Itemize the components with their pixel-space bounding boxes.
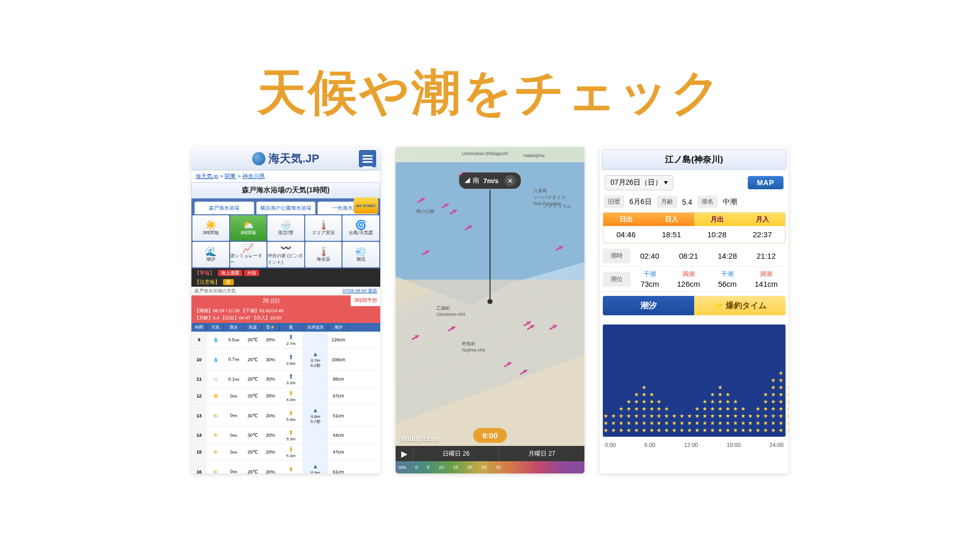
star-icon: ★ bbox=[741, 420, 746, 427]
star-icon: ★ bbox=[755, 420, 761, 427]
star-icon: ★ bbox=[763, 427, 768, 434]
star-icon: ★ bbox=[725, 420, 730, 427]
feature-台風/天気図[interactable]: 🌀台風/天気図 bbox=[342, 215, 379, 241]
star-icon: ★ bbox=[702, 420, 707, 427]
location-tab-1[interactable]: 横浜海の公園海水浴場 bbox=[256, 202, 316, 214]
star-icon: ★ bbox=[626, 398, 631, 405]
star-icon: ★ bbox=[733, 413, 738, 419]
feature-icon: 💨 bbox=[355, 247, 366, 256]
day-1[interactable]: 月曜日 27 bbox=[499, 446, 584, 461]
star-icon: ★ bbox=[771, 384, 776, 391]
star-icon: ★ bbox=[642, 413, 647, 419]
date-header: 26 (日) bbox=[191, 295, 351, 306]
app-logo[interactable]: 海天気.JP bbox=[252, 151, 319, 166]
star-icon: ★ bbox=[664, 427, 669, 434]
map-footer: ▶ 日曜日 26 月曜日 27 m/s051015202530 bbox=[396, 446, 584, 473]
date-bar: 26 (日) 3時間予想 bbox=[191, 295, 380, 306]
star-icon: ★ bbox=[642, 420, 647, 427]
star-icon: ★ bbox=[611, 413, 616, 419]
star-icon: ★ bbox=[755, 413, 761, 419]
tide-tab-潮汐[interactable]: 潮汐 bbox=[603, 296, 694, 315]
star-icon: ★ bbox=[603, 420, 608, 427]
star-icon: ★ bbox=[634, 406, 639, 412]
star-icon: ★ bbox=[778, 398, 783, 405]
star-icon: ★ bbox=[702, 406, 707, 412]
feature-沖合の波
(ピンポイント)[interactable]: 〰️沖合の波 (ピンポイント) bbox=[267, 242, 304, 267]
close-icon[interactable]: ✕ bbox=[505, 175, 516, 186]
star-icon: ★ bbox=[634, 420, 639, 427]
forecast-3h-button[interactable]: 3時間予想 bbox=[351, 295, 380, 306]
feature-雨雲/雷[interactable]: 🌧️雨雲/雷 bbox=[267, 215, 304, 241]
feature-潮流[interactable]: 💨潮流 bbox=[342, 242, 379, 267]
location-tabs: 森戸海水浴場横浜海の公園海水浴場一色海水浴場MY POINT bbox=[191, 198, 380, 214]
star-icon: ★ bbox=[771, 420, 776, 427]
star-icon: ★ bbox=[679, 427, 684, 434]
crumb-1[interactable]: 関東 bbox=[225, 173, 236, 179]
star-icon: ★ bbox=[778, 370, 783, 377]
star-icon: ★ bbox=[679, 413, 684, 419]
star-icon: ★ bbox=[771, 427, 776, 434]
map-pin bbox=[489, 190, 491, 302]
logo-text: 海天気.JP bbox=[268, 151, 319, 166]
crumb-0[interactable]: 海天気.jp bbox=[195, 173, 218, 179]
meta-label: 旧暦 bbox=[604, 195, 624, 208]
globe-icon bbox=[252, 152, 265, 165]
feature-1時間毎[interactable]: ⛅1時間毎 bbox=[230, 215, 267, 241]
meta-row: 旧暦6月6日月齢5.4潮名中潮 bbox=[600, 193, 789, 210]
date-select[interactable]: 07月26日（日） ▾ bbox=[605, 175, 673, 190]
star-icon: ★ bbox=[786, 384, 789, 391]
star-icon: ★ bbox=[778, 406, 783, 412]
warning-bar: 【警報】 海上濃霧 大雨 【注意報】 雷 bbox=[191, 268, 380, 287]
feature-海水温[interactable]: 🌡️海水温 bbox=[305, 242, 342, 267]
tide-time: 02:40 bbox=[630, 252, 669, 260]
day-0[interactable]: 日曜日 26 bbox=[413, 446, 499, 461]
star-icon: ★ bbox=[725, 398, 730, 405]
panel-tide: 江ノ島(神奈川) 07月26日（日） ▾ MAP 旧暦6月6日月齢5.4潮名中潮… bbox=[600, 147, 789, 473]
star-icon: ★ bbox=[634, 398, 639, 405]
advisory-label: 【注意報】 bbox=[194, 279, 220, 286]
star-icon: ★ bbox=[748, 413, 753, 419]
forecast-row: 12☀️0㎜29℃30%⬆4.0m67cm bbox=[191, 388, 380, 405]
mypoint-badge[interactable]: MY POINT bbox=[354, 197, 378, 214]
star-icon: ★ bbox=[642, 391, 647, 398]
time-badge[interactable]: 9:00 bbox=[473, 428, 507, 443]
play-button[interactable]: ▶ bbox=[396, 449, 413, 459]
star-icon: ★ bbox=[664, 406, 669, 412]
menu-button[interactable]: MENU bbox=[359, 150, 376, 167]
sunmoon-header: 日入 bbox=[649, 213, 694, 226]
forecast-row: 10💧0.7㎜26℃30%⬆2.6m▲0.7m6.2秒109cm bbox=[191, 348, 380, 371]
breadcrumb: 海天気.jp > 関東 > 神奈川県 bbox=[191, 170, 380, 182]
star-icon: ★ bbox=[695, 413, 700, 419]
feature-エリア実況[interactable]: 🌡️エリア実況 bbox=[305, 215, 342, 241]
forecast-row: 11☁️0.1㎜28℃30%⬆3.2m88cm bbox=[191, 371, 380, 388]
crumb-2[interactable]: 神奈川県 bbox=[242, 173, 265, 179]
star-icon: ★ bbox=[718, 391, 723, 398]
star-icon: ★ bbox=[710, 406, 715, 412]
sunmoon-value: 18:51 bbox=[649, 226, 694, 243]
star-icon: ★ bbox=[786, 413, 789, 419]
star-icon: ★ bbox=[778, 420, 783, 427]
tide-time: 14:28 bbox=[708, 252, 747, 260]
panel-windy-map[interactable]: Umimokan-ShibaguchiHakkejima八景島シーパラダイスSe… bbox=[396, 147, 584, 473]
updated-link[interactable]: 07/26 08:50 更新 bbox=[342, 288, 377, 294]
feature-潮汐[interactable]: 🌊潮汐 bbox=[192, 242, 229, 267]
feature-3時間毎[interactable]: ☀️3時間毎 bbox=[192, 215, 229, 241]
panel-umitenki: 海天気.JP MENU 海天気.jp > 関東 > 神奈川県 森戸海水浴場の天気… bbox=[191, 147, 380, 473]
star-icon: ★ bbox=[710, 398, 715, 405]
forecast-header: 時間天気降水気温雷⚡風沿岸波浪潮汐 bbox=[191, 323, 380, 332]
sunmoon-value: 04:46 bbox=[603, 226, 649, 243]
feature-grid: ☀️3時間毎⛅1時間毎🌧️雨雲/雷🌡️エリア実況🌀台風/天気図🌊潮汐📈波シミュレ… bbox=[191, 214, 380, 268]
feature-波シミュレーター[interactable]: 📈波シミュレーター bbox=[230, 242, 267, 267]
menu-label: MENU bbox=[362, 166, 373, 168]
location-tab-0[interactable]: 森戸海水浴場 bbox=[194, 202, 254, 214]
star-icon: ★ bbox=[611, 420, 616, 427]
map-button[interactable]: MAP bbox=[748, 176, 783, 189]
star-icon: ★ bbox=[718, 427, 723, 434]
fishing-chart: 0:006:0012:0018:0024:00 ★★★★★★★★★★★★★★★★… bbox=[603, 324, 786, 437]
star-icon: ★ bbox=[725, 413, 730, 419]
tide-tab-爆釣タイム[interactable]: ⭐ 爆釣タイム bbox=[694, 296, 786, 315]
star-icon: ★ bbox=[733, 406, 738, 412]
feature-icon: 🌡️ bbox=[318, 220, 329, 230]
tide-time: 08:21 bbox=[669, 252, 708, 260]
tide-level-label: 潮位 bbox=[603, 272, 630, 287]
